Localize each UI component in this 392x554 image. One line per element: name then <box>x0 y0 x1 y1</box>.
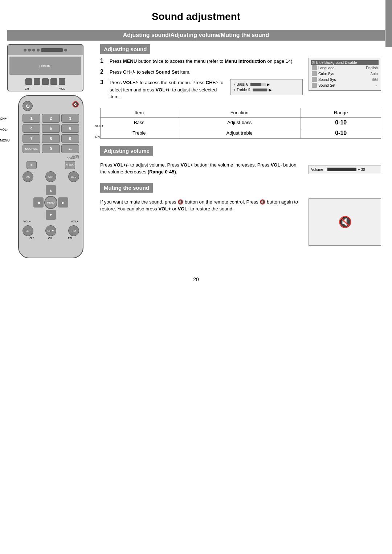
table-cell-bass-function: Adjust bass <box>178 117 301 128</box>
ch-minus-label: CH − <box>48 237 54 239</box>
menu-row-color-sys: Color Sys Auto <box>311 71 379 77</box>
volume-label: Volume <box>311 168 323 172</box>
header-bar <box>385 0 392 47</box>
pm-label: P.M <box>68 237 72 239</box>
table-row-treble: Treble Adjust treble 0-10 <box>101 128 381 138</box>
mute-icon: 🔇 <box>72 101 79 108</box>
btn-ch-down[interactable]: CH▼ <box>45 225 56 236</box>
table-cell-treble-range: 0-10 <box>301 128 381 138</box>
menu-row-blue-bg: ☑ Blue Background Disable <box>311 60 379 65</box>
table-header-function: Function <box>178 108 301 117</box>
page-title: Sound adjustment <box>0 0 392 30</box>
tv-label-ch-minus: CH- <box>25 87 30 90</box>
volume-screenshot: Volume - + 30 <box>309 161 381 174</box>
adjusting-volume-title: Adjusting volume <box>100 146 153 156</box>
tv-label-vol-plus: VOL+ <box>65 91 73 91</box>
btn-clock[interactable]: CLOCK <box>65 161 75 169</box>
btn-8[interactable]: 8 <box>42 134 60 143</box>
remote-device: ⏻ 🔇 1 2 3 4 5 6 7 8 9 SOURCE 0 -/-- <box>18 95 83 258</box>
sound-submenu-screenshot: ♪ Bass 6 ▶ ♪ Treble 9 <box>230 79 303 99</box>
btn-1[interactable]: 1 <box>23 114 40 123</box>
btn-pm[interactable]: P.M <box>68 225 79 236</box>
muting-screenshot: 🔇 <box>309 198 381 246</box>
btn-right[interactable]: ▶ <box>58 197 68 208</box>
table-cell-bass-item: Bass <box>101 117 178 128</box>
sound-treble-row: ♪ Treble 9 ▶ <box>233 87 300 93</box>
adjusting-sound-title: Adjusting sound <box>100 44 150 54</box>
vol-minus-label: VOL− <box>23 220 31 223</box>
btn-up[interactable]: ▲ <box>46 185 56 195</box>
sound-table: Item Function Range Bass Adjust bass 0-1… <box>100 108 381 139</box>
remote-side-menu: MENU <box>0 139 10 142</box>
btn-slp[interactable]: SLP <box>23 225 33 236</box>
adjusting-sound-section: Adjusting sound ☑ Blue Background Disabl… <box>100 44 381 139</box>
correct-label: CORRECT <box>66 157 79 160</box>
slp-label: SLP <box>29 237 34 239</box>
step-1: 1 Press MENU button twice to access the … <box>100 58 303 65</box>
btn-7[interactable]: 7 <box>23 134 40 143</box>
btn-pic[interactable]: PIC <box>23 171 33 182</box>
btn-osd[interactable]: OSD <box>68 171 79 182</box>
btn-left[interactable]: ◀ <box>33 197 44 208</box>
btn-dash[interactable]: -/-- <box>61 144 79 153</box>
btn-source[interactable]: SOURCE <box>23 144 40 153</box>
btn-menu[interactable]: MENU <box>44 196 57 209</box>
page-number: 20 <box>0 276 392 282</box>
vol-plus-label: VOL+ <box>71 220 78 223</box>
tv-label-ch-plus: CH+ <box>43 91 49 91</box>
btn-ch-plus[interactable]: CH+ <box>45 171 56 182</box>
remote-side-vol-minus: VOL- <box>0 128 10 131</box>
step-2: 2 Press CH+/- to select Sound Set item. <box>100 69 303 76</box>
volume-bar <box>327 168 356 171</box>
auto-correct-label: AUTO <box>72 155 79 157</box>
step-3: 3 Press VOL+/- to access the sub-menu. P… <box>100 79 224 100</box>
tv-label-menu: MENU <box>18 91 27 91</box>
menu-row-sound-sys: Sound Sys B/G <box>311 77 379 82</box>
btn-3[interactable]: 3 <box>61 114 79 123</box>
volume-plus: + 30 <box>358 168 365 172</box>
table-row-bass: Bass Adjust bass 0-10 <box>101 117 381 128</box>
remote-side-ch-plus: CH+ <box>0 117 10 120</box>
btn-down[interactable]: ▼ <box>46 210 56 220</box>
tv-label-vol-minus: VOL- <box>59 87 66 90</box>
menu-screenshot: ☑ Blue Background Disable Language Engli… <box>309 58 381 94</box>
remote-side-vol-plus: VOL+ <box>95 124 103 128</box>
btn-6[interactable]: 6 <box>61 124 79 133</box>
btn-0[interactable]: 0 <box>42 144 60 153</box>
remote-side-ch-minus: CH- <box>95 135 103 139</box>
menu-row-sound-set: Sound Set → <box>311 82 379 88</box>
table-cell-treble-function: Adjust treble <box>178 128 301 138</box>
menu-row-language: Language English <box>311 65 379 71</box>
table-header-range: Range <box>301 108 381 117</box>
muting-sound-title: Muting the sound <box>100 183 153 193</box>
mute-display-icon: 🔇 <box>338 216 352 228</box>
tv-device: [ screen ] CH- VOL- MENU CH+ VOL+ <box>7 44 83 91</box>
right-column: Adjusting sound ☑ Blue Background Disabl… <box>94 41 385 266</box>
volume-minus: - <box>324 168 326 172</box>
btn-9[interactable]: 9 <box>61 134 79 143</box>
muting-sound-section: Muting the sound 🔇 If you want to mute t… <box>100 183 381 246</box>
left-column: [ screen ] CH- VOL- MENU CH+ VOL+ C <box>7 41 94 266</box>
table-header-item: Item <box>101 108 178 117</box>
adjusting-volume-section: Adjusting volume Volume - + 30 Press VOL… <box>100 146 381 176</box>
btn-4[interactable]: 4 <box>23 124 40 133</box>
btn-5[interactable]: 5 <box>42 124 60 133</box>
btn-special[interactable]: ≡ <box>26 161 37 169</box>
btn-2[interactable]: 2 <box>42 114 60 123</box>
power-button[interactable]: ⏻ <box>23 101 33 111</box>
sound-bass-row: ♪ Bass 6 ▶ <box>233 82 300 87</box>
section-banner: Adjusting sound/Adjusting volume/Muting … <box>7 30 385 41</box>
table-cell-bass-range: 0-10 <box>301 117 381 128</box>
table-cell-treble-item: Treble <box>101 128 178 138</box>
